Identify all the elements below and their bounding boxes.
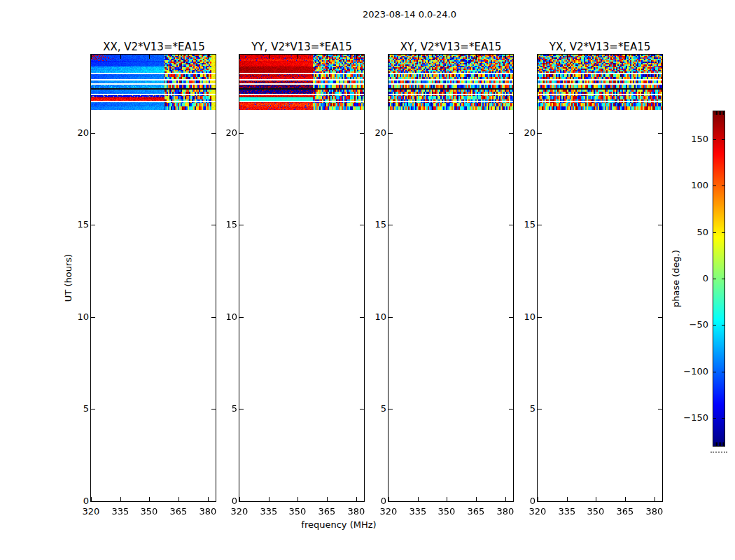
y-tick-label: 15 xyxy=(215,220,237,230)
colorbar-gradient xyxy=(713,111,724,446)
y-tick-label: 0 xyxy=(66,496,89,506)
colorbar-tick-label: −100 xyxy=(666,367,708,377)
panel-yx-plot xyxy=(537,54,663,502)
x-tick-label: 335 xyxy=(105,507,136,517)
panel-title-yx: YX, V2*V13=*EA15 xyxy=(509,41,691,53)
x-tick-label: 380 xyxy=(341,507,372,517)
x-tick-label: 365 xyxy=(163,507,194,517)
x-tick-label: 350 xyxy=(431,507,462,517)
y-tick-label: 10 xyxy=(66,312,89,322)
y-tick-label: 20 xyxy=(66,128,89,138)
colorbar-tick-label: 50 xyxy=(666,227,708,237)
x-tick-label: 335 xyxy=(552,507,582,517)
x-tick-label: 380 xyxy=(639,507,670,517)
figure-title: 2023-08-14 0.0-24.0 xyxy=(200,9,620,20)
y-tick-label: 20 xyxy=(215,128,237,138)
y-tick-label: 0 xyxy=(215,496,237,506)
x-tick-label: 350 xyxy=(134,507,164,517)
x-tick-label: 365 xyxy=(312,507,342,517)
panel-yx-heatmap xyxy=(538,55,662,501)
x-tick-label: 365 xyxy=(610,507,640,517)
y-tick-label: 15 xyxy=(513,220,536,230)
y-tick-label: 5 xyxy=(215,404,237,414)
x-tick-label: 350 xyxy=(282,507,313,517)
y-tick-label: 0 xyxy=(513,496,536,506)
colorbar-tick-label: 0 xyxy=(666,274,708,284)
panel-yy-plot xyxy=(239,54,365,502)
panel-xy-heatmap xyxy=(388,55,513,501)
y-tick-label: 20 xyxy=(513,128,536,138)
y-axis-label: UT (hours) xyxy=(63,254,74,302)
figure: 2023-08-14 0.0-24.0 XX, V2*V13=*EA15 YY,… xyxy=(0,0,735,560)
x-tick-label: 335 xyxy=(253,507,284,517)
x-tick-label: 320 xyxy=(76,507,106,517)
y-tick-label: 10 xyxy=(364,312,386,322)
colorbar-tick-label: 150 xyxy=(666,134,708,144)
y-tick-label: 20 xyxy=(364,128,386,138)
colorbar-bottom-dots xyxy=(710,451,727,453)
panel-xy-plot xyxy=(388,54,514,502)
panel-xx-heatmap xyxy=(91,55,216,501)
x-tick-label: 335 xyxy=(402,507,433,517)
panel-yy-heatmap xyxy=(239,55,364,501)
y-tick-label: 15 xyxy=(66,220,89,230)
y-tick-label: 5 xyxy=(364,404,386,414)
y-tick-label: 10 xyxy=(215,312,237,322)
y-tick-label: 5 xyxy=(513,404,536,414)
panel-xx-plot xyxy=(90,54,216,502)
y-tick-label: 10 xyxy=(513,312,536,322)
x-tick-label: 380 xyxy=(192,507,223,517)
colorbar xyxy=(713,111,725,447)
x-tick-label: 320 xyxy=(522,507,553,517)
x-tick-label: 350 xyxy=(580,507,611,517)
x-tick-label: 320 xyxy=(224,507,255,517)
x-axis-label: frequency (MHz) xyxy=(234,519,444,530)
y-tick-label: 15 xyxy=(364,220,386,230)
colorbar-tick-label: 100 xyxy=(666,181,708,190)
colorbar-tick-label: −50 xyxy=(666,320,708,330)
y-tick-label: 0 xyxy=(364,496,386,506)
x-tick-label: 365 xyxy=(461,507,491,517)
x-tick-label: 380 xyxy=(490,507,521,517)
y-tick-label: 5 xyxy=(66,404,89,414)
colorbar-tick-label: −150 xyxy=(666,413,708,423)
x-tick-label: 320 xyxy=(373,507,404,517)
